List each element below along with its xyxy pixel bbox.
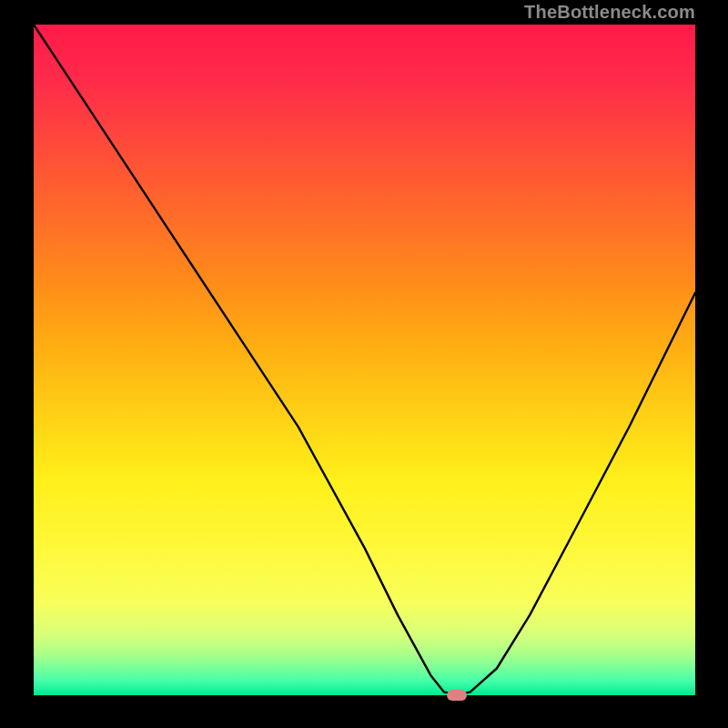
bottleneck-curve	[34, 25, 695, 695]
plot-area	[34, 25, 695, 695]
watermark-text: TheBottleneck.com	[524, 2, 695, 23]
optimum-marker	[447, 690, 467, 701]
chart-frame: { "watermark": "TheBottleneck.com", "cha…	[0, 0, 728, 728]
